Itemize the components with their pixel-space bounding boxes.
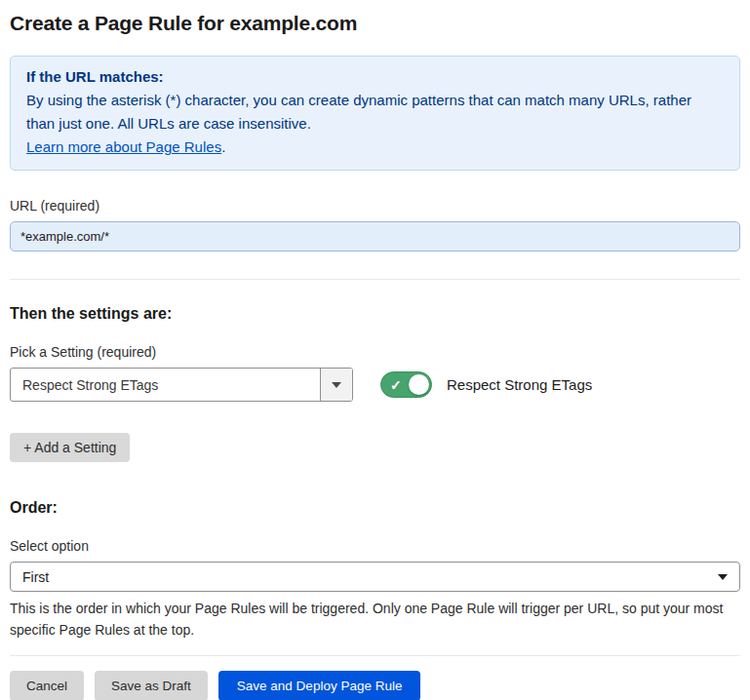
setting-row: Respect Strong ETags ✓ Respect Strong ET…	[10, 368, 740, 402]
order-select[interactable]: First	[10, 562, 740, 592]
order-heading: Order:	[10, 499, 740, 517]
url-input[interactable]	[10, 221, 740, 252]
settings-heading: Then the settings are:	[10, 305, 740, 323]
order-select-value: First	[22, 569, 49, 585]
save-deploy-button[interactable]: Save and Deploy Page Rule	[218, 671, 421, 700]
save-draft-button[interactable]: Save as Draft	[95, 671, 208, 700]
url-field-label: URL (required)	[10, 198, 740, 214]
order-select-label: Select option	[10, 538, 740, 554]
actions-row: Cancel Save as Draft Save and Deploy Pag…	[10, 671, 740, 700]
page-rule-form: Create a Page Rule for example.com If th…	[0, 0, 750, 700]
chevron-down-icon	[332, 382, 341, 388]
setting-toggle-label: Respect Strong ETags	[447, 376, 592, 393]
link-period: .	[221, 138, 225, 155]
setting-select[interactable]: Respect Strong ETags	[10, 368, 353, 402]
check-icon: ✓	[390, 377, 402, 391]
learn-more-link[interactable]: Learn more about Page Rules	[26, 138, 221, 155]
footer-divider	[10, 655, 740, 656]
setting-toggle[interactable]: ✓	[380, 371, 432, 398]
order-help-text: This is the order in which your Page Rul…	[10, 598, 736, 641]
toggle-knob	[409, 374, 429, 395]
setting-select-value: Respect Strong ETags	[11, 377, 158, 393]
cancel-button[interactable]: Cancel	[10, 671, 84, 700]
url-match-info-box: If the URL matches: By using the asteris…	[10, 56, 740, 171]
info-box-heading: If the URL matches:	[26, 65, 724, 89]
chevron-down-icon	[718, 574, 728, 580]
pick-setting-label: Pick a Setting (required)	[10, 344, 740, 360]
info-box-body: By using the asterisk (*) character, you…	[26, 89, 724, 136]
setting-select-caret-button[interactable]	[320, 369, 352, 401]
page-title: Create a Page Rule for example.com	[10, 0, 740, 35]
add-setting-button[interactable]: + Add a Setting	[10, 433, 130, 462]
section-divider	[10, 279, 740, 280]
info-box-link-line: Learn more about Page Rules.	[26, 136, 724, 159]
